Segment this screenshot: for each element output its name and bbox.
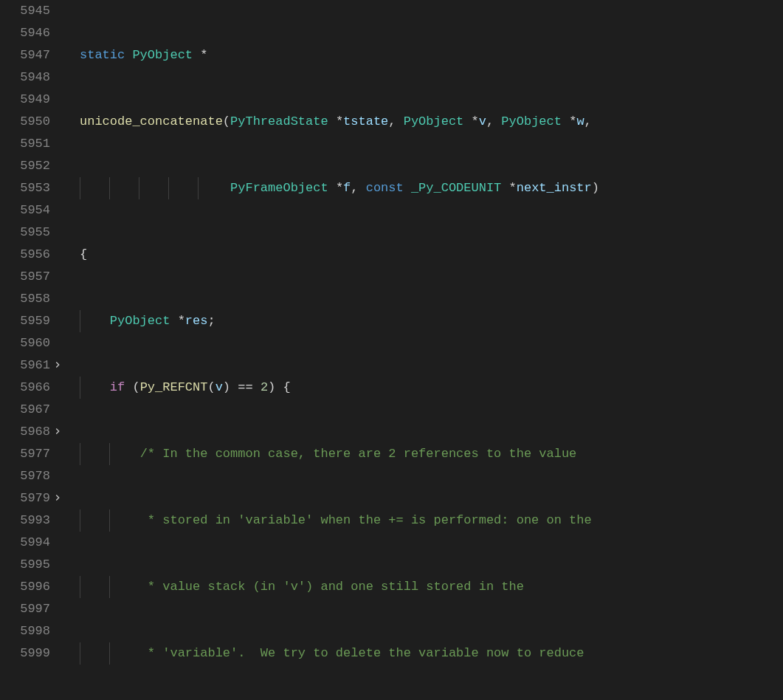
- fold-expand-icon[interactable]: [52, 425, 63, 437]
- line-number-gutter: 5945 5946 5947 5948 5949 5950 5951 5952 …: [0, 0, 71, 700]
- line-number: 5993: [0, 509, 65, 532]
- code-line[interactable]: * 'variable'. We try to delete the varia…: [71, 642, 783, 665]
- line-number: 5954: [0, 199, 65, 222]
- code-line[interactable]: unicode_concatenate(PyThreadState *tstat…: [71, 111, 783, 133]
- code-line[interactable]: static PyObject *: [71, 44, 783, 66]
- code-content[interactable]: static PyObject * unicode_concatenate(Py…: [71, 0, 783, 700]
- line-number: 5961: [0, 354, 65, 377]
- line-number: 5997: [0, 598, 65, 620]
- line-number: 5978: [0, 465, 65, 487]
- line-number: 5967: [0, 399, 65, 421]
- line-number: 5966: [0, 377, 65, 399]
- line-number: 5960: [0, 332, 65, 354]
- line-number: 5948: [0, 66, 65, 89]
- line-number: 5999: [0, 642, 65, 665]
- line-number: 5953: [0, 177, 65, 199]
- line-number: 5947: [0, 44, 65, 66]
- line-number: 5951: [0, 133, 65, 155]
- fold-expand-icon[interactable]: [52, 492, 63, 504]
- line-number: 5977: [0, 443, 65, 465]
- line-number: 5979: [0, 487, 65, 509]
- code-line[interactable]: /* In the common case, there are 2 refer…: [71, 443, 783, 465]
- line-number: 5995: [0, 554, 65, 576]
- code-line[interactable]: {: [71, 244, 783, 266]
- fold-expand-icon[interactable]: [52, 359, 63, 371]
- code-line[interactable]: * stored in 'variable' when the += is pe…: [71, 509, 783, 532]
- line-number: 5945: [0, 0, 65, 22]
- line-number: 5996: [0, 576, 65, 598]
- line-number: 5956: [0, 244, 65, 266]
- line-number: 5955: [0, 222, 65, 244]
- line-number: 5959: [0, 310, 65, 332]
- code-line[interactable]: PyObject *res;: [71, 310, 783, 332]
- line-number: 5957: [0, 266, 65, 288]
- line-number: 5994: [0, 532, 65, 554]
- line-number: 5950: [0, 111, 65, 133]
- code-editor[interactable]: 5945 5946 5947 5948 5949 5950 5951 5952 …: [0, 0, 783, 700]
- line-number: 5949: [0, 89, 65, 111]
- line-number: 5998: [0, 620, 65, 642]
- line-number: 5968: [0, 421, 65, 443]
- code-line[interactable]: if (Py_REFCNT(v) == 2) {: [71, 377, 783, 399]
- code-line[interactable]: PyFrameObject *f, const _Py_CODEUNIT *ne…: [71, 177, 783, 199]
- line-number: 5958: [0, 288, 65, 310]
- line-number: 5946: [0, 22, 65, 44]
- line-number: 5952: [0, 155, 65, 177]
- code-line[interactable]: * value stack (in 'v') and one still sto…: [71, 576, 783, 598]
